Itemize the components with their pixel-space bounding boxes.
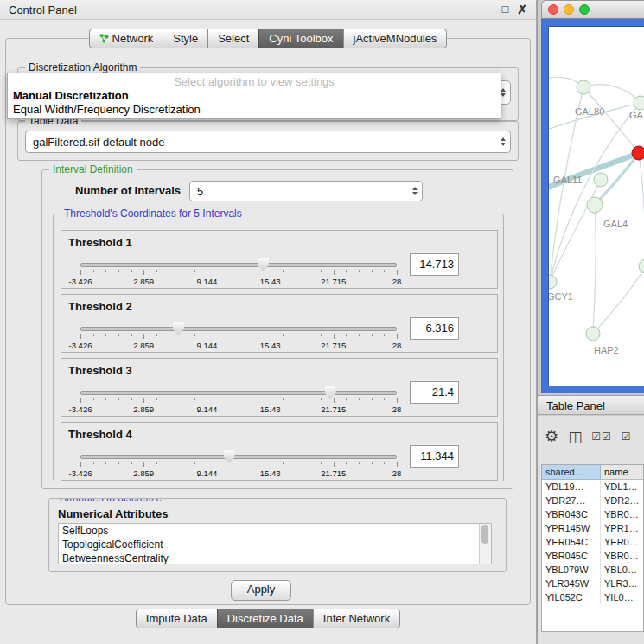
slider-tick [245,334,245,336]
table-row[interactable]: YIL052CYIL0… [542,590,643,604]
slider-track[interactable] [80,391,397,395]
threshold-panel-1: Threshold 1-3.4262.8599.14415.4321.71528… [61,230,498,289]
slider-tick [283,462,284,464]
slider-tick [118,398,119,400]
tick-label: -3.426 [69,277,92,286]
slider-tick [207,462,207,467]
tab-jactivemnodules[interactable]: jActiveMNodules [343,29,448,48]
dropdown-option-equal-width-frequency[interactable]: Equal Width/Frequency Discretization [8,103,501,117]
slider-tick [283,270,284,272]
interval-definition-title: Interval Definition [49,163,137,175]
network-node[interactable] [587,197,603,213]
table-row[interactable]: YPR145WYPR1… [542,521,643,535]
dropdown-option-manual-discretization[interactable]: Manual Discretization [8,89,501,103]
slider-tick [131,270,132,272]
slider-tick [372,398,373,400]
network-view-frame: GAL80GAGAL11GAL4GCY1HAP2 [541,19,644,393]
table-row[interactable]: YDL19…YDL1… [542,480,643,494]
close-traffic-light-icon[interactable] [548,4,558,15]
attribute-item[interactable]: BetweennessCentrality [59,552,491,564]
thresholds-group: Threshold's Coordinates for 5 Intervals … [53,214,504,481]
table-data-group: Table Data galFiltered.sif default node [17,121,519,161]
network-node[interactable] [634,96,644,110]
column-header-shared-name[interactable]: shared… [542,465,601,480]
slider-track[interactable] [80,263,397,267]
tab-network[interactable]: Network [89,29,164,48]
tab-style[interactable]: Style [163,29,208,48]
tick-label: 2.859 [133,405,154,414]
threshold-label: Threshold 3 [68,364,132,377]
column-header-name[interactable]: name [601,465,643,480]
select-rows-icon[interactable]: ☑☑ [591,430,612,443]
slider-tick [169,462,169,464]
table-row[interactable]: YBR043CYBR0… [542,507,643,521]
network-node[interactable] [577,80,590,94]
threshold-slider[interactable]: -3.4262.8599.14415.4321.71528 [80,385,397,412]
number-of-intervals-combobox[interactable]: 5 [189,181,423,201]
table-row[interactable]: YDR27…YDR2… [542,494,643,507]
table-row[interactable]: YER054CYER0… [542,535,643,549]
apply-button[interactable]: Apply [231,580,291,601]
slider-tick [80,334,81,339]
table-row[interactable]: YBL079WYBL0… [542,563,643,577]
slider-tick [245,462,245,464]
slider-tick [233,398,233,400]
control-panel-titlebar: Control Panel □ ✗ [0,0,536,20]
minimize-traffic-light-icon[interactable] [564,4,574,15]
combo-stepper-icon [501,137,506,146]
slider-tick [334,398,335,403]
threshold-value-field[interactable]: 11.344 [410,445,459,468]
tab-cyni-toolbox[interactable]: Cyni Toolbox [258,29,343,48]
zoom-traffic-light-icon[interactable] [579,4,590,15]
slider-tick [143,334,144,339]
tab-impute-data[interactable]: Impute Data [136,609,218,628]
number-of-intervals-label: Number of Intervals [75,184,181,197]
network-node-selected[interactable] [632,146,644,160]
slider-tick [182,334,182,336]
column-layout-icon[interactable]: ◫ [568,428,582,446]
slider-tick [334,270,335,275]
table-panel-toolbar: ⚙◫☑☑☑ [545,426,644,447]
table-data-combobox[interactable]: galFiltered.sif default node [25,131,511,153]
network-node[interactable] [639,259,644,273]
attribute-item[interactable]: SelfLoops [59,524,491,538]
float-window-icon[interactable]: □ [501,1,508,18]
slider-tick [156,334,157,336]
close-icon[interactable]: ✗ [517,1,527,18]
network-node[interactable] [594,173,608,187]
right-panel-area: GAL80GAGAL11GAL4GCY1HAP2 Table Panel ⚙◫☑… [537,0,644,644]
settings-gear-icon[interactable]: ⚙ [545,427,558,446]
attribute-item[interactable]: TopologicalCoefficient [59,538,491,552]
threshold-slider[interactable]: -3.4262.8599.14415.4321.71528 [80,449,397,476]
cell-shared-name: YDR27… [542,494,601,507]
tab-label: Select [218,29,249,48]
network-node[interactable] [586,327,600,341]
threshold-slider[interactable]: -3.4262.8599.14415.4321.71528 [80,321,397,348]
tab-discretize-data[interactable]: Discretize Data [217,609,314,628]
selection-filter-icon[interactable]: ☑ [622,430,631,443]
numerical-attributes-list[interactable]: SelfLoopsTopologicalCoefficientBetweenne… [58,523,492,564]
slider-tick [384,398,385,400]
slider-track[interactable] [80,455,397,459]
threshold-slider[interactable]: -3.4262.8599.14415.4321.71528 [80,257,397,284]
attributes-group-title: Attributes to discretize [56,498,165,504]
slider-tick [321,462,322,464]
slider-tick [131,334,132,336]
network-node[interactable] [549,275,557,289]
tab-select[interactable]: Select [207,29,259,48]
slider-tick [245,270,245,272]
threshold-value-field[interactable]: 21.4 [410,381,459,404]
threshold-value-field[interactable]: 6.316 [410,317,459,340]
slider-tick [143,398,144,403]
slider-tick [271,334,271,339]
slider-thumb[interactable] [258,258,269,271]
network-canvas[interactable]: GAL80GAGAL11GAL4GCY1HAP2 [548,26,644,386]
tab-infer-network[interactable]: Infer Network [313,609,400,628]
slider-track[interactable] [80,327,397,331]
scrollbar-thumb[interactable] [481,525,488,544]
table-row[interactable]: YLR345WYLR3… [542,577,643,590]
slider-tick [321,398,322,400]
threshold-value-field[interactable]: 14.713 [410,253,459,276]
table-row[interactable]: YBR045CYBR0… [542,549,643,563]
list-scrollbar[interactable] [479,524,491,564]
